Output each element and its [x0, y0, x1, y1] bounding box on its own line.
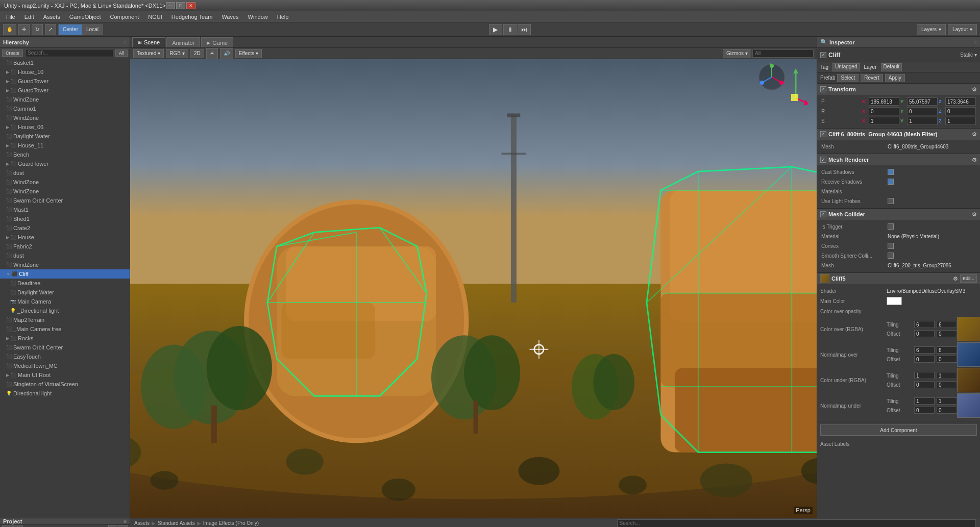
menu-window[interactable]: Window [244, 13, 272, 21]
shader-value[interactable]: Enviro/BumpedDiffuseOverlaySM3 [887, 288, 977, 294]
inspector-collapse[interactable]: ≡ [974, 39, 977, 45]
prefab-apply-btn[interactable]: Apply [885, 74, 905, 82]
main-color-swatch[interactable] [887, 297, 902, 305]
hier-item-mainuiroot[interactable]: ▶⬛Main UI Root [0, 370, 130, 380]
normalmap-under-thumbnail[interactable] [957, 393, 980, 418]
hier-item-windzone2[interactable]: ⬛WindZone [0, 113, 130, 122]
convex-checkbox[interactable] [888, 243, 894, 249]
audio-toggle[interactable]: 🔊 [220, 48, 233, 59]
hier-item-house10[interactable]: ▶⬛House_10 [0, 67, 130, 77]
center-button[interactable]: Center [59, 24, 82, 35]
menu-gameobject[interactable]: GameObject [65, 13, 105, 21]
material-settings-icon[interactable]: ⚙ [953, 275, 958, 282]
rot-x-input[interactable] [869, 107, 899, 115]
maximize-button[interactable]: □ [176, 2, 185, 9]
color-tiling-x[interactable] [914, 321, 935, 328]
hier-item-house11[interactable]: ▶⬛House_11 [0, 141, 130, 150]
settings-icon[interactable]: ⚙ [972, 86, 977, 93]
rot-y-input[interactable] [907, 107, 938, 115]
scene-view[interactable]: Y X Z Persp [130, 59, 817, 518]
cast-shadows-checkbox[interactable] [888, 169, 894, 175]
scale-y-input[interactable] [907, 117, 938, 125]
color-offset-x[interactable] [914, 330, 935, 337]
menu-file[interactable]: File [2, 13, 19, 21]
mesh-collider-settings-icon[interactable]: ⚙ [972, 211, 977, 218]
hier-item-singleton[interactable]: ⬛Singleton of VirtualScreen [0, 380, 130, 389]
collider-mesh-value[interactable]: Cliff6_200_tris_Group27086 [888, 263, 976, 268]
breadcrumb-imageeffects[interactable]: Image Effects (Pro Only) [203, 520, 259, 526]
lighting-toggle[interactable]: ☀ [206, 48, 218, 59]
tag-dropdown[interactable]: Untagged [832, 63, 860, 71]
prefab-select-btn[interactable]: Select [837, 74, 859, 82]
transform-header[interactable]: ✓ Transform ⚙ [817, 84, 980, 95]
gizmos-dropdown[interactable]: Gizmos▾ [723, 49, 751, 58]
mesh-filter-enable[interactable]: ✓ [820, 131, 826, 137]
hier-item-directional1[interactable]: 💡_Directional light [0, 306, 130, 315]
rotate-tool[interactable]: ↻ [32, 24, 43, 35]
hier-item-rocks[interactable]: ▶⬛Rocks [0, 334, 130, 343]
static-toggle[interactable]: Static ▾ [960, 52, 977, 58]
nu-offset-y[interactable] [937, 407, 957, 414]
hier-item-maincamera[interactable]: 📷Main Camera [0, 297, 130, 306]
nu-tiling-x[interactable] [914, 397, 935, 405]
normalmap-over-thumbnail[interactable] [957, 342, 980, 367]
mesh-collider-enable[interactable]: ✓ [820, 211, 826, 217]
scale-tool[interactable]: ⤢ [45, 24, 56, 35]
hier-item-cliff[interactable]: ▼⬛Cliff [0, 269, 130, 279]
material-header[interactable]: Cliff5 ⚙ Edit... [817, 273, 980, 284]
hierarchy-collapse[interactable]: ≡ [124, 39, 127, 45]
hierarchy-all-btn[interactable]: All [115, 49, 128, 57]
pos-y-input[interactable] [907, 97, 938, 106]
project-collapse[interactable]: ≡ [124, 519, 127, 524]
menu-component[interactable]: Component [106, 13, 143, 21]
render-mode-dropdown[interactable]: Textured▾ [133, 49, 164, 58]
hier-item-daylight2[interactable]: ⬛Daylight Water [0, 288, 130, 297]
pos-z-input[interactable] [945, 97, 976, 106]
mesh-filter-settings-icon[interactable]: ⚙ [972, 131, 977, 138]
mesh-renderer-settings-icon[interactable]: ⚙ [972, 157, 977, 163]
receive-shadows-checkbox[interactable] [888, 179, 894, 185]
move-tool[interactable]: ✛ [18, 24, 30, 35]
hier-item-map2terrain[interactable]: ⬛Map2Terrain [0, 315, 130, 324]
mesh-renderer-header[interactable]: ✓ Mesh Renderer ⚙ [817, 154, 980, 165]
hier-item-house[interactable]: ▶⬛House [0, 233, 130, 242]
menu-hedgehog[interactable]: Hedgehog Team [167, 13, 217, 21]
hier-item-basket1[interactable]: ⬛Basket1 [0, 58, 130, 67]
menu-edit[interactable]: Edit [20, 13, 38, 21]
cu-tiling-x[interactable] [914, 372, 935, 379]
color-offset-y[interactable] [937, 330, 957, 337]
color-mode-dropdown[interactable]: RGB▾ [166, 49, 188, 58]
scene-search-input[interactable] [752, 49, 814, 58]
mesh-value[interactable]: Cliff6_800tris_Group44603 [888, 144, 976, 149]
hier-item-bench[interactable]: ⬛Bench [0, 150, 130, 159]
hierarchy-create-btn[interactable]: Create [2, 49, 23, 57]
cu-offset-x[interactable] [914, 381, 935, 388]
pos-x-input[interactable] [869, 97, 899, 106]
local-button[interactable]: Local [82, 24, 103, 35]
is-trigger-checkbox[interactable] [888, 223, 894, 230]
nm-offset-y[interactable] [937, 356, 957, 363]
menu-assets[interactable]: Assets [39, 13, 64, 21]
mesh-renderer-enable[interactable]: ✓ [820, 157, 826, 163]
project-icon-btn2[interactable]: ⊟ [118, 525, 128, 527]
hier-item-fabric2[interactable]: ⬛Fabric2 [0, 242, 130, 251]
tab-game[interactable]: ▶ Game [201, 37, 233, 47]
use-light-probes-checkbox[interactable] [888, 198, 894, 204]
hier-item-swarm1[interactable]: ⬛Swarm Orbit Center [0, 196, 130, 205]
material-edit-btn[interactable]: Edit... [960, 274, 977, 283]
hier-item-mast1[interactable]: ⬛Mast1 [0, 205, 130, 214]
hier-item-swarm2[interactable]: ⬛Swarm Orbit Center [0, 343, 130, 352]
play-button[interactable]: ▶ [489, 24, 502, 35]
project-icon-btn1[interactable]: ⊞ [108, 525, 117, 527]
hier-item-easytouch[interactable]: ⬛EasyTouch [0, 352, 130, 361]
hier-item-shed1[interactable]: ⬛Shed1 [0, 214, 130, 223]
color-over-thumbnail[interactable] [957, 317, 980, 341]
color-under-thumbnail[interactable] [957, 368, 980, 392]
layer-dropdown[interactable]: Default [881, 63, 902, 71]
mesh-filter-header[interactable]: ✓ Cliff 6_800tris_Group 44603 (Mesh Filt… [817, 129, 980, 140]
transform-enable[interactable]: ✓ [820, 86, 826, 92]
pause-button[interactable]: ⏸ [503, 24, 517, 35]
hier-item-dust2[interactable]: ⬛dust [0, 251, 130, 260]
nu-offset-x[interactable] [914, 407, 935, 414]
file-search-input[interactable] [617, 519, 976, 528]
